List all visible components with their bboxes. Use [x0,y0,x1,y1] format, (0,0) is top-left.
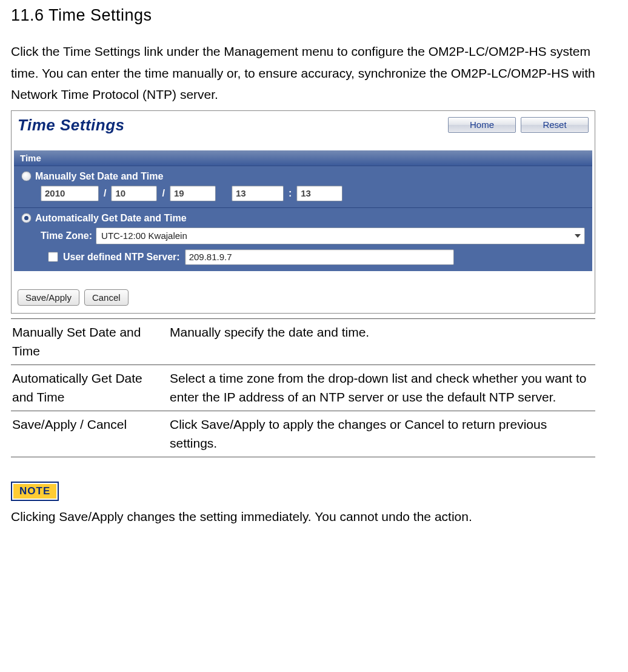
table-row: Manually Set Date and Time Manually spec… [11,318,595,365]
day-input[interactable]: 19 [170,186,216,201]
intro-line-3: Network Time Protocol (NTP) server. [11,85,595,104]
timezone-select[interactable]: UTC-12:00 Kwajalein [96,227,585,244]
time-panel-header: Time [14,150,592,166]
ntp-server-input[interactable]: 209.81.9.7 [185,249,454,265]
note-text: Clicking Save/Apply changes the setting … [11,507,595,526]
ntp-checkbox[interactable] [48,252,58,262]
date-separator: / [102,188,107,199]
table-row: Automatically Get Date and Time Select a… [11,365,595,411]
term-cell: Automatically Get Date and Time [11,365,169,411]
timezone-label: Time Zone: [41,230,92,241]
save-apply-button[interactable]: Save/Apply [18,289,79,306]
intro-line-2: time. You can enter the time manually or… [11,64,595,83]
intro-line-1: Click the Time Settings link under the M… [11,42,595,61]
time-separator: : [287,188,293,199]
note-badge-label: NOTE [12,483,58,500]
cancel-button[interactable]: Cancel [84,289,129,306]
auto-radio[interactable] [21,213,32,223]
desc-cell: Select a time zone from the drop-down li… [169,365,595,411]
table-row: Save/Apply / Cancel Click Save/Apply to … [11,411,595,457]
time-settings-screenshot: Time Settings Home Reset Time Manually S… [11,110,595,314]
auto-label: Automatically Get Date and Time [35,213,187,224]
term-cell: Manually Set Date and Time [11,318,169,365]
desc-cell: Manually specify the date and time. [169,318,595,365]
desc-cell: Click Save/Apply to apply the changes or… [169,411,595,457]
hour-input[interactable]: 13 [232,186,284,201]
term-cell: Save/Apply / Cancel [11,411,169,457]
month-input[interactable]: 10 [111,186,157,201]
section-heading: 11.6 Time Settings [11,6,595,25]
panel-title: Time Settings [18,116,125,135]
date-separator: / [161,188,165,199]
note-badge: NOTE [11,482,59,501]
timezone-value: UTC-12:00 Kwajalein [101,230,187,241]
auto-section: Automatically Get Date and Time Time Zon… [14,207,592,271]
minute-input[interactable]: 13 [296,186,342,201]
manual-label: Manually Set Date and Time [35,171,163,182]
description-table: Manually Set Date and Time Manually spec… [11,318,595,457]
manual-section: Manually Set Date and Time 2010 / 10 / 1… [14,166,592,207]
reset-button[interactable]: Reset [521,117,589,133]
chevron-down-icon [575,234,581,238]
ntp-label: User defined NTP Server: [63,252,180,263]
manual-radio[interactable] [21,171,32,181]
year-input[interactable]: 2010 [41,186,99,201]
home-button[interactable]: Home [448,117,516,133]
